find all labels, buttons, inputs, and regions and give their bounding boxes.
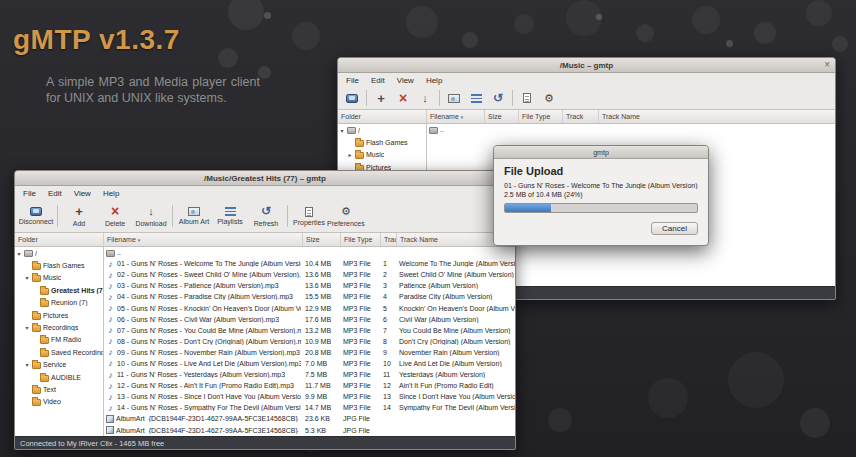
preferences-icon bbox=[544, 92, 554, 104]
front-toolbar: Disconnect Add Delete Download Album Art bbox=[15, 200, 515, 233]
menu-item[interactable]: View bbox=[391, 75, 420, 86]
file-row[interactable]: 12 - Guns N' Roses - Ain't It Fun (Promo… bbox=[104, 380, 515, 391]
tree-item[interactable]: Flash Games bbox=[338, 136, 426, 148]
menu-item[interactable]: File bbox=[340, 75, 365, 86]
expander-icon[interactable]: ▾ bbox=[24, 324, 30, 331]
toolbar-button[interactable] bbox=[516, 88, 538, 108]
filetype-column-header[interactable]: File Type bbox=[341, 233, 381, 246]
toolbar-button[interactable]: Playlists bbox=[212, 201, 248, 231]
audio-icon bbox=[106, 281, 115, 291]
expander-icon[interactable]: ▾ bbox=[339, 127, 345, 134]
tree-item[interactable]: Reunion (7) bbox=[15, 297, 103, 309]
file-row[interactable]: AlbumArt_{DCB1944F-23D1-4627-99AA-5FC3E1… bbox=[104, 425, 515, 436]
file-row[interactable]: 05 - Guns N' Roses - Knockin' On Heaven'… bbox=[104, 302, 515, 313]
menu-item[interactable]: Edit bbox=[365, 75, 391, 86]
file-row[interactable]: 11 - Guns N' Roses - Yesterdays (Album V… bbox=[104, 369, 515, 380]
toolbar-button[interactable]: Preferences bbox=[327, 201, 365, 231]
bokeh-circle bbox=[264, 12, 271, 19]
audio-icon bbox=[106, 358, 115, 368]
menu-item[interactable]: Help bbox=[420, 75, 448, 86]
toolbar-button[interactable] bbox=[538, 88, 560, 108]
tree-item[interactable]: FM Radio bbox=[15, 334, 103, 346]
file-row[interactable]: 01 - Guns N' Roses - Welcome To The Jung… bbox=[104, 258, 515, 269]
tree-item[interactable]: ▾ Service bbox=[15, 359, 103, 371]
menu-item[interactable]: Help bbox=[97, 188, 125, 199]
tree-item[interactable]: ▾ / bbox=[15, 247, 103, 259]
toolbar-button[interactable] bbox=[341, 88, 363, 108]
menu-item[interactable]: File bbox=[17, 188, 42, 199]
toolbar-button[interactable] bbox=[392, 88, 414, 108]
expander-icon[interactable]: ▸ bbox=[347, 151, 353, 158]
file-row[interactable]: 13 - Guns N' Roses - Since I Don't Have … bbox=[104, 391, 515, 402]
folder-column-header[interactable]: Folder bbox=[338, 110, 427, 123]
filename-column-header[interactable]: Filename ▾ bbox=[427, 110, 485, 123]
menu-item[interactable]: View bbox=[68, 188, 97, 199]
toolbar-button[interactable]: Properties bbox=[291, 201, 327, 231]
tree-item[interactable]: Text bbox=[15, 383, 103, 395]
filename-column-header[interactable]: Filename ▾ bbox=[104, 233, 303, 246]
file-row[interactable]: AlbumArt_{DCB1944F-23D1-4627-99AA-5FC3E1… bbox=[104, 413, 515, 424]
tree-item[interactable]: ▾ Music bbox=[15, 272, 103, 284]
tree-item[interactable]: Flash Games bbox=[15, 259, 103, 271]
file-row[interactable]: 07 - Guns N' Roses - You Could Be Mine (… bbox=[104, 325, 515, 336]
file-row[interactable]: .. bbox=[427, 124, 835, 135]
toolbar-separator bbox=[57, 205, 58, 227]
track-column-header[interactable]: Track bbox=[381, 233, 397, 246]
track-column-header[interactable]: Track bbox=[563, 110, 599, 123]
properties-icon bbox=[305, 207, 313, 217]
download-icon bbox=[148, 206, 154, 218]
file-row[interactable]: 02 - Guns N' Roses - Sweet Child O' Mine… bbox=[104, 269, 515, 280]
tree-item[interactable]: Greatest Hits (77) bbox=[15, 284, 103, 296]
audio-icon bbox=[106, 259, 115, 269]
tree-item[interactable]: ▾ Recordings bbox=[15, 321, 103, 333]
toolbar-button[interactable] bbox=[465, 88, 487, 108]
file-row[interactable]: 04 - Guns N' Roses - Paradise City (Albu… bbox=[104, 291, 515, 302]
file-row[interactable]: 10 - Guns N' Roses - Live And Let Die (A… bbox=[104, 358, 515, 369]
expander-icon[interactable]: ▾ bbox=[24, 361, 30, 368]
drive-icon bbox=[347, 127, 356, 134]
file-row[interactable]: .. bbox=[104, 247, 515, 258]
toolbar-button[interactable] bbox=[487, 88, 509, 108]
folder-icon bbox=[32, 399, 41, 406]
front-file-list: .. 01 - Guns N' Roses - Welcome To The J… bbox=[104, 247, 515, 436]
toolbar-button[interactable]: Download bbox=[133, 201, 169, 231]
cancel-button[interactable]: Cancel bbox=[651, 222, 698, 235]
file-row[interactable]: 14 - Guns N' Roses - Sympathy For The De… bbox=[104, 402, 515, 413]
toolbar-button[interactable]: Add bbox=[61, 201, 97, 231]
tree-item[interactable]: ▾ / bbox=[338, 124, 426, 136]
tree-item[interactable]: ▸ Music bbox=[338, 149, 426, 161]
front-window: /Music/Greatest Hits (77) – gmtp × File … bbox=[14, 170, 516, 450]
close-icon[interactable]: × bbox=[824, 58, 830, 72]
toolbar-button[interactable] bbox=[443, 88, 465, 108]
size-column-header[interactable]: Size bbox=[303, 233, 341, 246]
sort-indicator-icon: ▾ bbox=[138, 237, 141, 243]
folder-column-header[interactable]: Folder bbox=[15, 233, 104, 246]
tree-item[interactable]: Video bbox=[15, 396, 103, 408]
file-row[interactable]: 03 - Guns N' Roses - Patience (Album Ver… bbox=[104, 280, 515, 291]
trackname-column-header[interactable]: Track Name bbox=[599, 110, 835, 123]
menu-item[interactable]: Edit bbox=[42, 188, 68, 199]
tree-item[interactable]: Saved Recordings bbox=[15, 346, 103, 358]
toolbar-button[interactable]: Refresh bbox=[248, 201, 284, 231]
file-row[interactable]: 08 - Guns N' Roses - Don't Cry (Original… bbox=[104, 336, 515, 347]
bokeh-circle bbox=[806, 0, 832, 26]
bokeh-circle bbox=[636, 24, 654, 42]
toolbar-button[interactable] bbox=[414, 88, 436, 108]
file-row[interactable]: 09 - Guns N' Roses - November Rain (Albu… bbox=[104, 347, 515, 358]
bokeh-circle bbox=[754, 22, 776, 44]
expander-icon[interactable]: ▾ bbox=[16, 250, 22, 257]
filetype-column-header[interactable]: File Type bbox=[519, 110, 563, 123]
progress-bar bbox=[504, 203, 698, 213]
toolbar-button[interactable]: Album Art bbox=[176, 201, 212, 231]
tree-item[interactable]: Pictures bbox=[15, 309, 103, 321]
tree-item[interactable]: AUDIBLE bbox=[15, 371, 103, 383]
size-column-header[interactable]: Size bbox=[485, 110, 519, 123]
back-window-titlebar[interactable]: /Music – gmtp × bbox=[338, 58, 835, 73]
toolbar-button[interactable]: Delete bbox=[97, 201, 133, 231]
toolbar-button[interactable] bbox=[370, 88, 392, 108]
expander-icon[interactable]: ▾ bbox=[24, 274, 30, 281]
file-row[interactable]: 06 - Guns N' Roses - Civil War (Album Ve… bbox=[104, 314, 515, 325]
front-window-titlebar[interactable]: /Music/Greatest Hits (77) – gmtp × bbox=[15, 171, 515, 186]
dialog-titlebar[interactable]: gmtp bbox=[494, 146, 708, 159]
toolbar-button[interactable]: Disconnect bbox=[18, 201, 54, 231]
